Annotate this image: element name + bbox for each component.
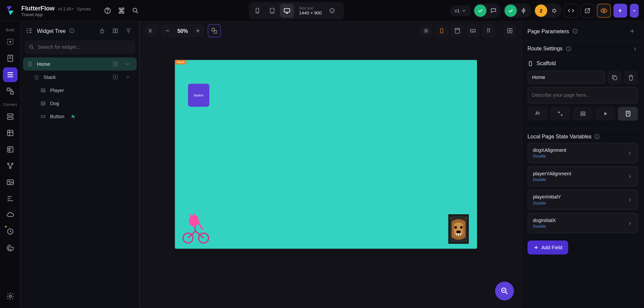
canvas-text-button[interactable]	[482, 24, 495, 37]
status-ok-button[interactable]	[474, 4, 486, 17]
var-card[interactable]: playerInitialYDouble	[527, 190, 638, 210]
var-card[interactable]: dogInitialXDouble	[527, 213, 638, 233]
comments-button[interactable]	[487, 4, 500, 17]
add-field-button[interactable]: Add Field	[527, 240, 568, 255]
zoom-out-button[interactable]	[161, 24, 174, 37]
device-desktop-button[interactable]	[280, 3, 294, 17]
zoom-in-button[interactable]	[191, 24, 204, 37]
tree-item-home[interactable]: Home	[23, 57, 136, 71]
widget-search-input[interactable]	[25, 40, 135, 54]
svg-point-27	[10, 249, 11, 250]
tab-state[interactable]	[618, 107, 638, 121]
panel-toggle-button[interactable]	[144, 24, 158, 37]
filter-button[interactable]	[123, 25, 134, 37]
optimize-button[interactable]	[518, 4, 530, 17]
player-sprite[interactable]	[179, 213, 212, 244]
collapse-button[interactable]	[110, 25, 121, 37]
optimize-ok-button[interactable]	[505, 4, 517, 17]
lock-button[interactable]	[96, 25, 108, 37]
rail-functions-button[interactable]	[3, 191, 17, 206]
run-dropdown-button[interactable]	[630, 3, 639, 17]
tree-add-button[interactable]	[110, 72, 121, 83]
debug-button[interactable]	[548, 4, 560, 17]
page-parameters-title: Page Parameters	[527, 28, 569, 34]
tab-backend[interactable]	[573, 107, 593, 121]
device-tablet-button[interactable]	[265, 3, 280, 17]
route-settings-row[interactable]: Route Settings	[522, 41, 644, 56]
var-name: playerYAlignment	[533, 171, 571, 176]
tree-add-button[interactable]	[110, 58, 121, 70]
tree-item-dog[interactable]: Dog	[23, 97, 136, 110]
canvas-mobile-button[interactable]	[435, 24, 448, 37]
rail-api-button[interactable]	[3, 159, 17, 173]
page-description-input[interactable]	[532, 92, 634, 98]
tree-item-button[interactable]: Button	[23, 110, 136, 123]
rail-settings-button[interactable]	[3, 289, 17, 304]
chevron-down-icon	[462, 8, 467, 13]
version-selector[interactable]: v1	[450, 5, 470, 16]
theme-toggle-button[interactable]	[420, 24, 433, 37]
artboard[interactable]: Stack Button	[175, 60, 477, 249]
canvas-keyboard-button[interactable]	[466, 24, 479, 37]
canvas-settings-button[interactable]	[503, 24, 516, 37]
var-card[interactable]: dogXAlignmentDouble	[527, 143, 638, 163]
svg-point-10	[603, 9, 605, 11]
canvas-button-widget[interactable]: Button	[188, 84, 210, 106]
tab-animations[interactable]	[595, 107, 615, 121]
copy-button[interactable]	[608, 71, 622, 85]
canvas[interactable]: Stack Button	[139, 40, 521, 308]
tab-actions[interactable]	[550, 107, 570, 121]
rail-cloud-button[interactable]	[3, 208, 17, 222]
rail-pages-button[interactable]	[3, 51, 17, 66]
left-rail: Build Connect ★	[0, 21, 20, 308]
multiselect-button[interactable]	[208, 24, 221, 37]
tab-design[interactable]	[527, 107, 548, 121]
help-button[interactable]	[100, 3, 115, 17]
device-mobile-button[interactable]	[251, 3, 265, 17]
code-button[interactable]	[564, 3, 578, 17]
page-name-input[interactable]	[532, 74, 601, 80]
rail-theme-button[interactable]	[3, 240, 17, 255]
rail-tests-button[interactable]: ★	[3, 224, 17, 239]
svg-rect-39	[41, 102, 45, 105]
rail-datatypes-button[interactable]	[3, 126, 17, 140]
command-button[interactable]	[115, 3, 129, 17]
dog-sprite[interactable]	[447, 213, 470, 245]
tree-menu-button[interactable]	[122, 58, 133, 70]
info-icon[interactable]	[572, 28, 578, 34]
var-name: dogXAlignment	[533, 147, 566, 153]
canvas-fab-search[interactable]	[495, 281, 514, 300]
info-icon[interactable]	[594, 134, 600, 139]
info-icon[interactable]	[69, 28, 75, 34]
rail-storyboard-button[interactable]	[3, 84, 17, 98]
rail-media-button[interactable]	[3, 175, 17, 190]
var-card[interactable]: playerYAlignmentDouble	[527, 166, 638, 186]
export-button[interactable]	[581, 3, 595, 17]
rail-add-button[interactable]	[3, 35, 17, 49]
svg-rect-7	[284, 8, 290, 12]
svg-point-9	[553, 9, 556, 12]
rail-appstate-button[interactable]	[3, 142, 17, 157]
tree-item-label: Dog	[50, 100, 59, 106]
add-param-button[interactable]	[627, 26, 638, 37]
search-button[interactable]	[128, 3, 142, 17]
rail-firestore-button[interactable]	[3, 109, 17, 124]
canvas-tablet-button[interactable]	[451, 24, 464, 37]
canvas-area: 50% Stack Button	[139, 21, 521, 308]
issues-count-badge[interactable]: 2	[535, 4, 547, 17]
rail-widgettree-button[interactable]	[3, 67, 17, 82]
preview-button[interactable]	[597, 3, 611, 17]
svg-rect-62	[529, 61, 531, 65]
svg-point-53	[192, 216, 198, 221]
svg-point-33	[30, 45, 33, 48]
brand-name: FlutterFlow	[22, 4, 55, 11]
size-info-button[interactable]	[325, 3, 339, 17]
tree-item-player[interactable]: Player	[23, 84, 136, 97]
svg-point-40	[42, 103, 42, 103]
tree-item-label: Button	[50, 114, 64, 119]
delete-button[interactable]	[624, 71, 638, 85]
tree-item-stack[interactable]: Stack	[23, 71, 136, 84]
widget-search-field[interactable]	[38, 44, 131, 50]
run-button[interactable]	[613, 3, 628, 17]
tree-menu-button[interactable]	[122, 72, 133, 83]
